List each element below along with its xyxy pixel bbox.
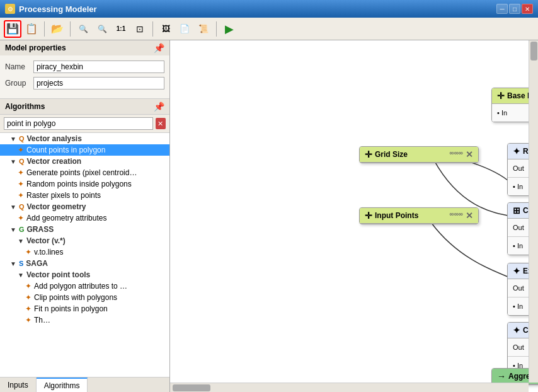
algo-raster-pixels[interactable]: ✦ Raster pixels to points <box>0 190 169 201</box>
group-row: Group <box>5 77 164 89</box>
open-button[interactable]: 📂 <box>49 20 66 38</box>
group-label-vector-v: Vector (v.*) <box>26 236 66 245</box>
star-icon-9: ✦ <box>25 304 31 313</box>
group-grass[interactable]: ▼ G GRASS <box>0 224 169 235</box>
export-script-button[interactable]: 📜 <box>195 20 212 38</box>
node-input-points-controls: ∞∞∞ ✕ <box>450 210 473 221</box>
window-controls: ─ □ ✕ <box>496 4 533 14</box>
restore-button[interactable]: □ <box>509 4 520 14</box>
port-in-label-3: • In <box>513 242 523 250</box>
h-scrollbar-thumb[interactable] <box>173 384 210 391</box>
input-node-icon-3: ✛ <box>365 210 372 221</box>
model-properties-section: Model properties 📌 Name Group <box>0 40 169 99</box>
main-container: Model properties 📌 Name Group Algorithms… <box>0 40 538 392</box>
algo-label-v-to-lines: v.to.lines <box>34 248 63 257</box>
star-icon-7: ✦ <box>25 282 31 291</box>
canvas-area: ✛ Base Layer ∞∞∞ ✕ • In + <box>170 40 538 392</box>
panel-pin-icon[interactable]: 📌 <box>154 43 164 53</box>
group-vector-geometry[interactable]: ▼ Q Vector geometry <box>0 201 169 212</box>
node-input-points-label: Input Points <box>375 211 418 220</box>
group-vector-analysis[interactable]: ▼ Q Vector analysis <box>0 133 169 144</box>
algo-node-icon: ✦ <box>513 146 520 156</box>
node-close-icon-2[interactable]: ✕ <box>466 149 473 159</box>
algorithms-title: Algorithms <box>5 102 45 111</box>
group-vector-v[interactable]: ▼ Vector (v.*) <box>0 235 169 246</box>
chevron-down-icon-5: ▼ <box>18 238 24 245</box>
tab-algorithms[interactable]: Algorithms <box>37 378 88 392</box>
chevron-down-icon-6: ▼ <box>10 260 16 267</box>
close-button[interactable]: ✕ <box>522 4 533 14</box>
port-out-label-3: Out <box>513 284 524 292</box>
zoom-out-button[interactable]: 🔍 <box>93 20 111 38</box>
tab-inputs[interactable]: Inputs <box>0 378 37 392</box>
algo-label-count-points: Count points in polygon <box>26 146 105 154</box>
algo-count-points-polygon[interactable]: ✦ Count points in polygon <box>0 144 169 156</box>
model-properties-header: Model properties 📌 <box>0 40 169 55</box>
algo-label-fit-n-points: Fit n points in polygon <box>34 304 108 313</box>
star-icon: ✦ <box>18 146 24 154</box>
h-scrollbar[interactable] <box>170 383 529 392</box>
algorithms-header: Algorithms 📌 <box>0 99 169 115</box>
port-in-label-2: • In <box>513 183 523 190</box>
node-link-icon-3[interactable]: ∞∞∞ <box>450 210 463 221</box>
title-bar: ⚙ Processing Modeler ─ □ ✕ <box>0 0 538 18</box>
node-close-icon-3[interactable]: ✕ <box>466 210 473 221</box>
grid-node-icon: ⊞ <box>513 205 520 216</box>
export-pdf-button[interactable]: 📄 <box>176 20 193 38</box>
zoom-fit-button[interactable]: ⊡ <box>131 20 149 38</box>
algo-th[interactable]: ✦ Th… <box>0 314 169 326</box>
group-saga[interactable]: ▼ S SAGA <box>0 258 169 269</box>
name-input[interactable] <box>33 61 164 73</box>
v-scrollbar-thumb[interactable] <box>530 42 537 61</box>
tab-inputs-label: Inputs <box>8 381 28 389</box>
extract-node-icon: ✦ <box>513 266 520 276</box>
algo-add-geometry[interactable]: ✦ Add geometry attributes <box>0 212 169 224</box>
zoom-actual-button[interactable]: 1:1 <box>112 20 130 38</box>
node-grid-size-controls: ∞∞∞ ✕ <box>450 149 473 159</box>
canvas-scroll[interactable]: ✛ Base Layer ∞∞∞ ✕ • In + <box>170 40 538 392</box>
node-grid-size[interactable]: ✛ Grid Size ∞∞∞ ✕ <box>359 146 479 163</box>
star-icon-5: ✦ <box>18 214 24 222</box>
export-image-button[interactable]: 🖼 <box>157 20 175 38</box>
node-link-icon-2[interactable]: ∞∞∞ <box>450 149 463 159</box>
zoom-in-button[interactable]: 🔍 <box>74 20 92 38</box>
name-row: Name <box>5 61 164 73</box>
save-as-button[interactable]: 📋 <box>23 20 40 38</box>
save-button[interactable]: 💾 <box>4 20 21 38</box>
input-node-icon-2: ✛ <box>365 149 372 159</box>
canvas-content: ✛ Base Layer ∞∞∞ ✕ • In + <box>170 40 538 392</box>
algorithm-tree: ▼ Q Vector analysis ✦ Count points in po… <box>0 133 169 377</box>
node-grid-size-label: Grid Size <box>375 150 408 159</box>
chevron-down-icon: ▼ <box>10 135 16 142</box>
group-label-vector-geometry: Vector geometry <box>26 202 86 211</box>
node-grid-size-header-left: ✛ Grid Size <box>365 149 408 159</box>
group-vector-creation[interactable]: ▼ Q Vector creation <box>0 156 169 167</box>
toolbar-separator-3 <box>152 21 153 37</box>
algo-label-clip-points: Clip points with polygons <box>34 293 117 302</box>
group-vector-point-tools[interactable]: ▼ Vector point tools <box>0 269 169 280</box>
app-icon: ⚙ <box>5 4 15 14</box>
minimize-button[interactable]: ─ <box>496 4 508 14</box>
group-input[interactable] <box>33 77 164 89</box>
chevron-down-icon-7: ▼ <box>18 272 24 279</box>
algo-label-random-points: Random points inside polygons <box>26 180 132 188</box>
algo-label-add-geometry: Add geometry attributes <box>26 214 106 222</box>
model-props-body: Name Group <box>0 55 169 98</box>
algo-random-points[interactable]: ✦ Random points inside polygons <box>0 178 169 190</box>
algo-generate-points[interactable]: ✦ Generate points (pixel centroid… <box>0 167 169 178</box>
search-input[interactable] <box>4 117 153 130</box>
toolbar: 💾 📋 📂 🔍 🔍 1:1 ⊡ 🖼 📄 📜 ▶ <box>0 18 538 40</box>
node-input-points[interactable]: ✛ Input Points ∞∞∞ ✕ <box>359 207 479 224</box>
algorithms-pin-icon[interactable]: 📌 <box>154 101 164 112</box>
algo-clip-points[interactable]: ✦ Clip points with polygons <box>0 292 169 303</box>
search-clear-button[interactable]: ✕ <box>156 118 166 129</box>
algo-add-polygon-attributes[interactable]: ✦ Add polygon attributes to … <box>0 280 169 292</box>
run-model-button[interactable]: ▶ <box>220 20 238 38</box>
algo-v-to-lines[interactable]: ✦ v.to.lines <box>0 246 169 258</box>
connections-svg <box>170 40 538 392</box>
node-input-points-header: ✛ Input Points ∞∞∞ ✕ <box>360 208 478 224</box>
saga-icon: S <box>19 260 23 267</box>
algorithms-section: Algorithms 📌 ✕ ▼ Q Vector analysis ✦ Cou… <box>0 99 169 377</box>
v-scrollbar[interactable] <box>529 40 538 383</box>
algo-fit-n-points[interactable]: ✦ Fit n points in polygon <box>0 303 169 314</box>
